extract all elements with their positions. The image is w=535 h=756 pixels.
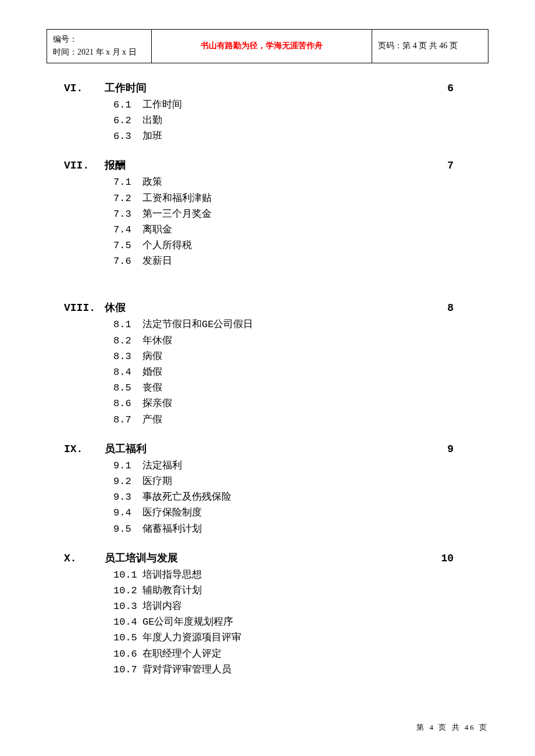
subitem-text: 背对背评审管理人员 <box>142 664 231 675</box>
subitem: 7.3第一三个月奖金 <box>113 206 488 222</box>
subitem-number: 9.5 <box>113 521 142 537</box>
subitem: 6.2出勤 <box>113 113 488 128</box>
subitem: 10.3培训内容 <box>113 599 488 614</box>
subitem-text: 事故死亡及伤残保险 <box>142 492 231 503</box>
subitem-text: 探亲假 <box>142 398 172 409</box>
section-number: VI. <box>64 83 105 94</box>
subitem: 8.1法定节假日和GE公司假日 <box>113 317 488 332</box>
subitem-text: GE公司年度规划程序 <box>142 617 233 628</box>
subitem-number: 10.3 <box>113 599 142 614</box>
subitem: 7.4离职金 <box>113 222 488 238</box>
subitem-number: 10.5 <box>113 630 142 646</box>
subitem-number: 10.4 <box>113 614 142 630</box>
subitem-text: 培训内容 <box>142 601 182 612</box>
subitem-number: 9.3 <box>113 489 142 505</box>
subitem: 8.6探亲假 <box>113 396 488 411</box>
subitem: 10.7背对背评审管理人员 <box>113 662 488 678</box>
subitem-number: 9.4 <box>113 505 142 521</box>
subitem: 10.5年度人力资源项目评审 <box>113 630 488 646</box>
toc-content: VI.工作时间66.1工作时间6.2出勤6.3加班VII.报酬77.1政策7.2… <box>47 81 488 678</box>
subitem: 9.2医疗期 <box>113 474 488 489</box>
subitem-text: 婚假 <box>142 367 162 378</box>
subitem-number: 6.2 <box>113 113 142 128</box>
subitem-text: 加班 <box>142 131 162 142</box>
section-page-number: 10 <box>441 553 454 564</box>
toc-section: VII.报酬77.1政策7.2工资和福利津贴7.3第一三个月奖金7.4离职金7.… <box>64 158 488 269</box>
subitem-number: 7.1 <box>113 174 142 190</box>
subitem: 8.2年休假 <box>113 333 488 349</box>
section-number: IX. <box>64 443 105 455</box>
serial-label: 编号： <box>53 33 145 46</box>
footer-page-number: 第 4 页 共 46 页 <box>416 722 488 733</box>
subitem: 9.4医疗保险制度 <box>113 505 488 521</box>
subitem-text: 丧假 <box>142 382 162 393</box>
subitem-number: 7.2 <box>113 191 142 206</box>
subitem-text: 政策 <box>142 177 162 188</box>
subitem-text: 病假 <box>142 351 162 362</box>
subitems-list: 7.1政策7.2工资和福利津贴7.3第一三个月奖金7.4离职金7.5个人所得税7… <box>64 174 488 269</box>
subitem-number: 6.3 <box>113 128 142 144</box>
subitem: 10.2辅助教育计划 <box>113 583 488 599</box>
section-number: VII. <box>64 160 105 171</box>
subitems-list: 6.1工作时间6.2出勤6.3加班 <box>64 97 488 145</box>
section-title-row: VIII.休假8 <box>64 300 488 314</box>
subitem-text: 在职经理个人评定 <box>142 648 222 660</box>
section-page-number: 6 <box>447 83 454 94</box>
subitem-text: 离职金 <box>142 224 172 235</box>
subitem: 7.5个人所得税 <box>113 238 488 253</box>
subitem: 10.1培训指导思想 <box>113 567 488 583</box>
subitem-text: 年休假 <box>142 335 172 346</box>
header-motto: 书山有路勤为径，学海无涯苦作舟 <box>151 30 372 63</box>
subitem: 7.1政策 <box>113 174 488 190</box>
subitem-text: 储蓄福利计划 <box>142 524 202 535</box>
subitem-text: 法定节假日和GE公司假日 <box>142 319 253 330</box>
subitem: 9.5储蓄福利计划 <box>113 521 488 537</box>
subitem-number: 10.6 <box>113 646 142 662</box>
subitem-number: 9.1 <box>113 458 142 474</box>
section-page-number: 8 <box>447 302 454 314</box>
subitem-number: 7.5 <box>113 238 142 253</box>
subitem-text: 辅助教育计划 <box>142 585 202 596</box>
section-number: X. <box>64 553 105 564</box>
subitem-number: 7.6 <box>113 253 142 269</box>
header-table: 编号： 时间：2021 年 x 月 x 日 书山有路勤为径，学海无涯苦作舟 页码… <box>47 29 488 63</box>
subitem-number: 6.1 <box>113 97 142 113</box>
subitem-number: 9.2 <box>113 474 142 489</box>
section-title-row: IX.员工福利9 <box>64 442 488 456</box>
toc-section: IX.员工福利99.1法定福利9.2医疗期9.3事故死亡及伤残保险9.4医疗保险… <box>64 442 488 537</box>
section-title: 休假 <box>105 302 126 313</box>
toc-section: VIII.休假88.1法定节假日和GE公司假日8.2年休假8.3病假8.4婚假8… <box>64 300 488 427</box>
subitem-text: 年度人力资源项目评审 <box>142 632 241 643</box>
subitem-number: 8.3 <box>113 349 142 364</box>
subitem-text: 培训指导思想 <box>142 569 202 581</box>
subitem-number: 8.1 <box>113 317 142 332</box>
section-title-row: VII.报酬7 <box>64 158 488 172</box>
subitem-number: 10.1 <box>113 567 142 583</box>
subitem: 10.6在职经理个人评定 <box>113 646 488 662</box>
section-title: 报酬 <box>105 159 126 171</box>
subitem-number: 7.3 <box>113 206 142 222</box>
subitem: 10.4GE公司年度规划程序 <box>113 614 488 630</box>
subitem-text: 个人所得税 <box>142 240 192 251</box>
subitem-text: 医疗期 <box>142 476 172 487</box>
section-title: 员工培训与发展 <box>105 552 178 564</box>
subitem: 7.6发薪日 <box>113 253 488 269</box>
subitem-number: 8.2 <box>113 333 142 349</box>
subitem-number: 7.4 <box>113 222 142 238</box>
section-title: 工作时间 <box>105 82 147 94</box>
subitem-number: 10.7 <box>113 662 142 678</box>
subitem: 8.3病假 <box>113 349 488 364</box>
subitem-text: 发薪日 <box>142 256 172 267</box>
subitem-text: 医疗保险制度 <box>142 507 202 518</box>
spacer <box>64 283 488 300</box>
subitem-text: 法定福利 <box>142 460 182 471</box>
subitem-text: 第一三个月奖金 <box>142 209 212 220</box>
header-page-label: 页码：第 4 页 共 46 页 <box>372 30 488 63</box>
subitem: 6.1工作时间 <box>113 97 488 113</box>
subitem-text: 产假 <box>142 414 162 425</box>
subitem-text: 工资和福利津贴 <box>142 193 212 204</box>
section-number: VIII. <box>64 302 105 314</box>
toc-section: X.员工培训与发展1010.1培训指导思想10.2辅助教育计划10.3培训内容1… <box>64 551 488 678</box>
subitem-text: 工作时间 <box>142 99 182 110</box>
subitems-list: 9.1法定福利9.2医疗期9.3事故死亡及伤残保险9.4医疗保险制度9.5储蓄福… <box>64 458 488 537</box>
